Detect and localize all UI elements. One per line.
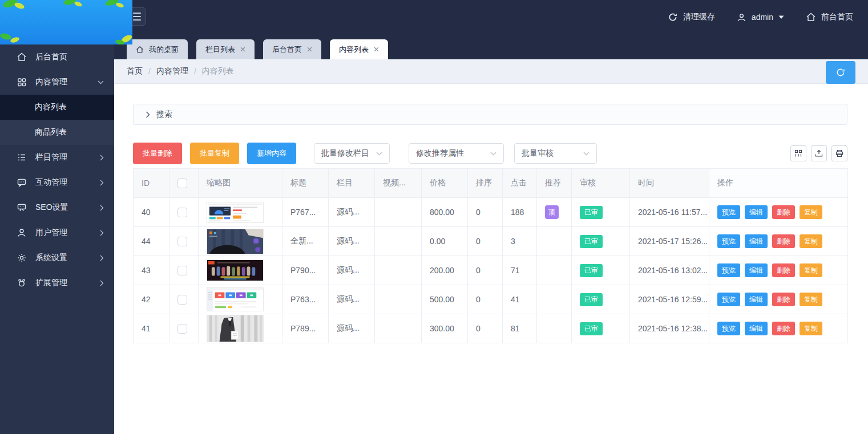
select-value: 批量审核 — [522, 148, 554, 159]
row-checkbox[interactable] — [177, 266, 187, 275]
change-recommend-attr-select[interactable]: 修改推荐属性 — [409, 143, 504, 164]
cell-sort: 0 — [468, 256, 503, 285]
user-icon — [17, 228, 27, 238]
table-row: 42 — [134, 285, 848, 314]
col-video: 视频... — [375, 169, 422, 198]
copy-button[interactable]: 复制 — [800, 322, 822, 335]
sidebar-item-extension-mgmt[interactable]: 扩展管理 — [0, 270, 114, 295]
cell-video — [375, 198, 422, 227]
sidebar-item-system-settings[interactable]: 系统设置 — [0, 245, 114, 270]
batch-change-category-select[interactable]: 批量修改栏目 — [314, 143, 390, 164]
preview-button[interactable]: 预览 — [717, 205, 740, 219]
cell-id: 41 — [134, 314, 169, 343]
row-checkbox[interactable] — [177, 237, 187, 246]
cell-clicks: 188 — [503, 198, 537, 227]
comment-icon — [17, 177, 27, 188]
sidebar-item-product-list[interactable]: 商品列表 — [0, 120, 114, 145]
sidebar-item-interaction-mgmt[interactable]: 互动管理 — [0, 170, 114, 195]
edit-button[interactable]: 编辑 — [745, 322, 768, 335]
sidebar-item-admin-home[interactable]: 后台首页 — [0, 44, 114, 70]
copy-button[interactable]: 复制 — [800, 205, 822, 219]
preview-button[interactable]: 预览 — [717, 293, 740, 306]
table-row: 40 — [134, 198, 848, 227]
grid-icon — [17, 77, 27, 87]
batch-audit-select[interactable]: 批量审核 — [514, 143, 597, 164]
sidebar-item-category-mgmt[interactable]: 栏目管理 — [0, 145, 114, 170]
delete-button[interactable]: 删除 — [772, 263, 795, 277]
chevron-right-icon — [100, 155, 104, 161]
copy-button[interactable]: 复制 — [800, 234, 822, 248]
tab-my-desktop[interactable]: 我的桌面 — [127, 39, 188, 59]
delete-button[interactable]: 删除 — [772, 293, 795, 306]
batch-delete-button[interactable]: 批量删除 — [133, 143, 182, 164]
breadcrumb-separator: / — [194, 67, 196, 76]
col-title: 标题 — [282, 169, 329, 198]
tab-category-list[interactable]: 栏目列表 — [196, 39, 255, 59]
search-collapse-panel[interactable]: 搜索 — [133, 104, 847, 125]
batch-copy-button[interactable]: 批量复制 — [190, 143, 239, 164]
sidebar-item-label: SEO设置 — [35, 202, 91, 213]
close-icon[interactable] — [374, 47, 379, 52]
home-icon — [806, 12, 816, 22]
thumbnail-image[interactable] — [207, 287, 264, 311]
close-icon[interactable] — [307, 47, 312, 52]
cell-audit: 已审 — [572, 198, 630, 227]
chevron-right-icon — [100, 205, 104, 211]
sidebar-item-content-list[interactable]: 内容列表 — [0, 95, 114, 120]
cell-time: 2021-05-17 15:26... — [630, 227, 709, 256]
delete-button[interactable]: 删除 — [772, 205, 795, 219]
sidebar-item-content-mgmt[interactable]: 内容管理 — [0, 70, 114, 95]
sidebar-item-label: 后台首页 — [35, 52, 104, 62]
tab-label: 内容列表 — [339, 44, 369, 55]
delete-button[interactable]: 删除 — [772, 234, 795, 248]
row-checkbox[interactable] — [177, 208, 187, 217]
row-checkbox[interactable] — [177, 295, 187, 305]
sidebar-item-seo-settings[interactable]: SEO设置 — [0, 195, 114, 220]
add-content-button[interactable]: 新增内容 — [247, 143, 296, 164]
cell-actions: 预览 编辑 删除 复制 — [709, 285, 848, 314]
cell-time: 2021-05-16 12:38... — [630, 314, 709, 343]
cell-actions: 预览 编辑 删除 复制 — [709, 256, 848, 285]
delete-button[interactable]: 删除 — [772, 322, 795, 335]
row-checkbox[interactable] — [177, 324, 187, 334]
cell-thumbnail — [199, 198, 282, 227]
cell-time: 2021-05-16 11:57... — [630, 198, 709, 227]
preview-button[interactable]: 预览 — [717, 234, 740, 248]
select-all-checkbox[interactable] — [177, 179, 187, 188]
tab-label: 我的桌面 — [149, 44, 179, 55]
edit-button[interactable]: 编辑 — [745, 293, 768, 306]
caret-down-icon — [490, 152, 496, 156]
front-home-link[interactable]: 前台首页 — [806, 12, 853, 22]
audit-status-badge: 已审 — [580, 235, 603, 248]
cell-title: P789... — [282, 314, 329, 343]
thumbnail-image[interactable] — [207, 315, 264, 342]
edit-button[interactable]: 编辑 — [745, 234, 768, 248]
thumbnail-image[interactable] — [207, 259, 264, 281]
user-menu[interactable]: admin — [737, 13, 784, 22]
export-button[interactable] — [811, 145, 827, 161]
cell-recommend — [537, 256, 572, 285]
tab-content-list[interactable]: 内容列表 — [330, 39, 388, 59]
sidebar-item-user-mgmt[interactable]: 用户管理 — [0, 220, 114, 245]
thumbnail-image[interactable] — [207, 202, 264, 223]
breadcrumb-content-mgmt[interactable]: 内容管理 — [156, 66, 188, 76]
preview-button[interactable]: 预览 — [717, 263, 740, 277]
chevron-right-icon — [100, 230, 104, 236]
col-audit: 审核 — [572, 169, 630, 198]
column-settings-button[interactable] — [790, 145, 806, 161]
copy-button[interactable]: 复制 — [800, 263, 822, 277]
print-button[interactable] — [831, 145, 847, 161]
preview-button[interactable]: 预览 — [717, 322, 740, 335]
clear-cache-button[interactable]: 清理缓存 — [668, 12, 715, 22]
breadcrumb-home[interactable]: 首页 — [127, 66, 143, 76]
tab-admin-home[interactable]: 后台首页 — [263, 39, 321, 59]
edit-button[interactable]: 编辑 — [745, 205, 768, 219]
edit-button[interactable]: 编辑 — [745, 263, 768, 277]
cell-id: 43 — [134, 256, 169, 285]
table-row: 44 — [134, 227, 848, 256]
copy-button[interactable]: 复制 — [800, 293, 822, 306]
thumbnail-image[interactable] — [207, 229, 264, 254]
close-icon[interactable] — [240, 47, 245, 52]
refresh-page-button[interactable] — [826, 61, 855, 84]
col-price: 价格 — [422, 169, 468, 198]
